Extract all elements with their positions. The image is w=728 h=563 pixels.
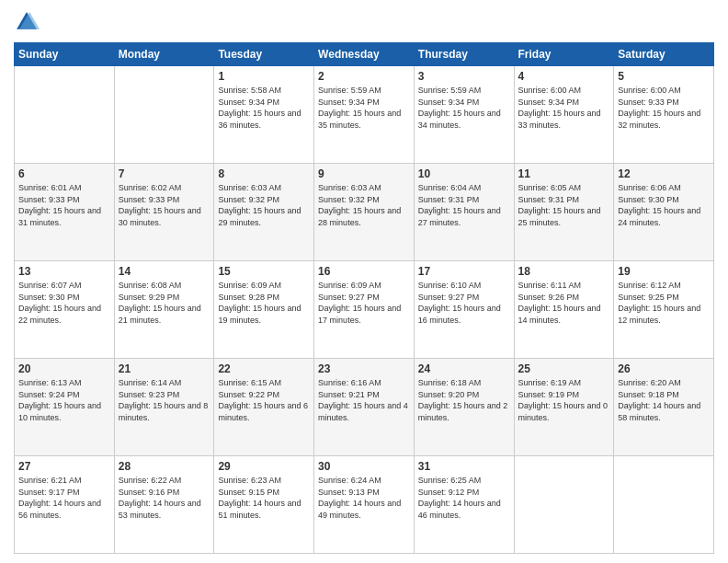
day-number: 20	[18, 362, 110, 375]
day-number: 1	[218, 70, 310, 83]
day-info: Sunrise: 6:24 AMSunset: 9:13 PMDaylight:…	[318, 475, 410, 521]
day-info: Sunrise: 6:04 AMSunset: 9:31 PMDaylight:…	[418, 182, 510, 228]
day-number: 16	[318, 265, 410, 278]
day-info: Sunrise: 6:18 AMSunset: 9:20 PMDaylight:…	[418, 377, 510, 423]
calendar-cell: 23Sunrise: 6:16 AMSunset: 9:21 PMDayligh…	[314, 359, 415, 456]
day-of-week-header: Sunday	[15, 43, 115, 66]
day-info: Sunrise: 5:59 AMSunset: 9:34 PMDaylight:…	[418, 85, 510, 131]
calendar-week-row: 13Sunrise: 6:07 AMSunset: 9:30 PMDayligh…	[15, 261, 714, 359]
day-number: 7	[119, 167, 210, 180]
day-of-week-header: Friday	[514, 43, 614, 66]
day-number: 17	[418, 265, 510, 278]
calendar-cell: 21Sunrise: 6:14 AMSunset: 9:23 PMDayligh…	[114, 359, 214, 456]
calendar-header-row: SundayMondayTuesdayWednesdayThursdayFrid…	[15, 43, 714, 66]
calendar-cell: 11Sunrise: 6:05 AMSunset: 9:31 PMDayligh…	[514, 164, 614, 261]
day-info: Sunrise: 6:05 AMSunset: 9:31 PMDaylight:…	[518, 182, 610, 228]
calendar-cell: 24Sunrise: 6:18 AMSunset: 9:20 PMDayligh…	[414, 359, 514, 456]
day-number: 31	[418, 460, 510, 473]
day-number: 14	[119, 265, 210, 278]
calendar-cell: 1Sunrise: 5:58 AMSunset: 9:34 PMDaylight…	[214, 66, 314, 164]
day-number: 15	[218, 265, 310, 278]
day-number: 11	[518, 167, 610, 180]
header	[14, 9, 714, 35]
day-info: Sunrise: 6:07 AMSunset: 9:30 PMDaylight:…	[18, 280, 110, 326]
page: SundayMondayTuesdayWednesdayThursdayFrid…	[0, 0, 728, 563]
day-number: 13	[18, 265, 110, 278]
day-info: Sunrise: 6:16 AMSunset: 9:21 PMDaylight:…	[318, 377, 410, 423]
calendar-cell: 26Sunrise: 6:20 AMSunset: 9:18 PMDayligh…	[614, 359, 714, 456]
calendar-cell: 14Sunrise: 6:08 AMSunset: 9:29 PMDayligh…	[114, 261, 214, 359]
day-number: 22	[218, 362, 310, 375]
day-info: Sunrise: 5:58 AMSunset: 9:34 PMDaylight:…	[218, 85, 310, 131]
day-number: 27	[18, 460, 110, 473]
day-of-week-header: Thursday	[414, 43, 514, 66]
day-number: 19	[618, 265, 710, 278]
calendar-cell: 3Sunrise: 5:59 AMSunset: 9:34 PMDaylight…	[414, 66, 514, 164]
day-of-week-header: Tuesday	[214, 43, 314, 66]
calendar-cell: 5Sunrise: 6:00 AMSunset: 9:33 PMDaylight…	[614, 66, 714, 164]
calendar-cell	[15, 66, 115, 164]
calendar-week-row: 27Sunrise: 6:21 AMSunset: 9:17 PMDayligh…	[15, 456, 714, 554]
day-info: Sunrise: 6:15 AMSunset: 9:22 PMDaylight:…	[218, 377, 310, 423]
calendar-cell: 15Sunrise: 6:09 AMSunset: 9:28 PMDayligh…	[214, 261, 314, 359]
day-info: Sunrise: 6:14 AMSunset: 9:23 PMDaylight:…	[119, 377, 210, 423]
day-info: Sunrise: 6:00 AMSunset: 9:33 PMDaylight:…	[618, 85, 710, 131]
logo	[14, 9, 43, 35]
day-info: Sunrise: 6:06 AMSunset: 9:30 PMDaylight:…	[618, 182, 710, 228]
calendar-cell: 12Sunrise: 6:06 AMSunset: 9:30 PMDayligh…	[614, 164, 714, 261]
calendar-cell: 18Sunrise: 6:11 AMSunset: 9:26 PMDayligh…	[514, 261, 614, 359]
calendar-cell: 19Sunrise: 6:12 AMSunset: 9:25 PMDayligh…	[614, 261, 714, 359]
day-number: 21	[119, 362, 210, 375]
calendar-cell: 25Sunrise: 6:19 AMSunset: 9:19 PMDayligh…	[514, 359, 614, 456]
calendar-cell: 6Sunrise: 6:01 AMSunset: 9:33 PMDaylight…	[15, 164, 115, 261]
day-info: Sunrise: 6:09 AMSunset: 9:27 PMDaylight:…	[318, 280, 410, 326]
calendar-cell: 16Sunrise: 6:09 AMSunset: 9:27 PMDayligh…	[314, 261, 415, 359]
calendar-table: SundayMondayTuesdayWednesdayThursdayFrid…	[14, 42, 714, 554]
day-of-week-header: Monday	[114, 43, 214, 66]
day-info: Sunrise: 6:25 AMSunset: 9:12 PMDaylight:…	[418, 475, 510, 521]
calendar-cell: 20Sunrise: 6:13 AMSunset: 9:24 PMDayligh…	[15, 359, 115, 456]
calendar-week-row: 1Sunrise: 5:58 AMSunset: 9:34 PMDaylight…	[15, 66, 714, 164]
day-info: Sunrise: 6:08 AMSunset: 9:29 PMDaylight:…	[119, 280, 210, 326]
calendar-cell	[114, 66, 214, 164]
calendar-week-row: 6Sunrise: 6:01 AMSunset: 9:33 PMDaylight…	[15, 164, 714, 261]
day-info: Sunrise: 6:21 AMSunset: 9:17 PMDaylight:…	[18, 475, 110, 521]
logo-icon	[14, 9, 40, 35]
calendar-cell: 2Sunrise: 5:59 AMSunset: 9:34 PMDaylight…	[314, 66, 415, 164]
day-number: 18	[518, 265, 610, 278]
day-number: 23	[318, 362, 410, 375]
day-info: Sunrise: 6:09 AMSunset: 9:28 PMDaylight:…	[218, 280, 310, 326]
day-info: Sunrise: 6:03 AMSunset: 9:32 PMDaylight:…	[318, 182, 410, 228]
day-info: Sunrise: 6:11 AMSunset: 9:26 PMDaylight:…	[518, 280, 610, 326]
calendar-cell: 29Sunrise: 6:23 AMSunset: 9:15 PMDayligh…	[214, 456, 314, 554]
day-info: Sunrise: 6:20 AMSunset: 9:18 PMDaylight:…	[618, 377, 710, 423]
day-info: Sunrise: 6:19 AMSunset: 9:19 PMDaylight:…	[518, 377, 610, 423]
day-info: Sunrise: 6:22 AMSunset: 9:16 PMDaylight:…	[119, 475, 210, 521]
calendar-cell: 7Sunrise: 6:02 AMSunset: 9:33 PMDaylight…	[114, 164, 214, 261]
day-info: Sunrise: 6:12 AMSunset: 9:25 PMDaylight:…	[618, 280, 710, 326]
calendar-week-row: 20Sunrise: 6:13 AMSunset: 9:24 PMDayligh…	[15, 359, 714, 456]
day-number: 8	[218, 167, 310, 180]
calendar-cell: 27Sunrise: 6:21 AMSunset: 9:17 PMDayligh…	[15, 456, 115, 554]
calendar-cell: 13Sunrise: 6:07 AMSunset: 9:30 PMDayligh…	[15, 261, 115, 359]
calendar-cell	[614, 456, 714, 554]
day-number: 3	[418, 70, 510, 83]
day-number: 28	[119, 460, 210, 473]
calendar-cell: 9Sunrise: 6:03 AMSunset: 9:32 PMDaylight…	[314, 164, 415, 261]
calendar-cell	[514, 456, 614, 554]
day-number: 4	[518, 70, 610, 83]
calendar-cell: 22Sunrise: 6:15 AMSunset: 9:22 PMDayligh…	[214, 359, 314, 456]
day-info: Sunrise: 6:10 AMSunset: 9:27 PMDaylight:…	[418, 280, 510, 326]
day-number: 2	[318, 70, 410, 83]
day-info: Sunrise: 5:59 AMSunset: 9:34 PMDaylight:…	[318, 85, 410, 131]
day-info: Sunrise: 6:13 AMSunset: 9:24 PMDaylight:…	[18, 377, 110, 423]
calendar-cell: 28Sunrise: 6:22 AMSunset: 9:16 PMDayligh…	[114, 456, 214, 554]
day-info: Sunrise: 6:23 AMSunset: 9:15 PMDaylight:…	[218, 475, 310, 521]
day-info: Sunrise: 6:00 AMSunset: 9:34 PMDaylight:…	[518, 85, 610, 131]
day-number: 9	[318, 167, 410, 180]
calendar-cell: 30Sunrise: 6:24 AMSunset: 9:13 PMDayligh…	[314, 456, 415, 554]
day-info: Sunrise: 6:01 AMSunset: 9:33 PMDaylight:…	[18, 182, 110, 228]
day-number: 30	[318, 460, 410, 473]
day-number: 12	[618, 167, 710, 180]
day-of-week-header: Saturday	[614, 43, 714, 66]
